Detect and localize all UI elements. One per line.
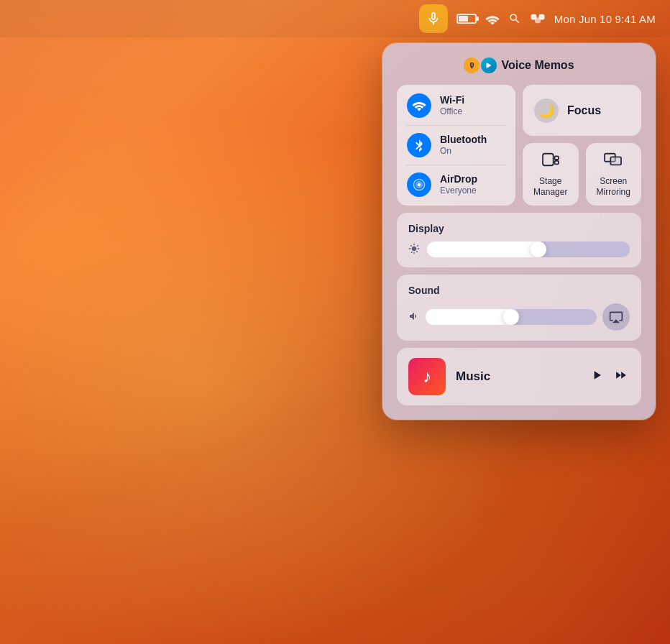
stage-manager-icon: [541, 152, 560, 172]
voice-memos-icons: 🎙: [464, 58, 497, 73]
bluetooth-name: Bluetooth: [440, 134, 487, 146]
stage-manager-label: Stage Manager: [530, 176, 572, 197]
stage-manager-panel[interactable]: Stage Manager: [523, 143, 579, 206]
voice-memos-title: Voice Memos: [501, 59, 574, 72]
connectivity-panel: Wi-Fi Office Bluetooth On: [397, 85, 515, 206]
battery-icon: [456, 14, 477, 24]
airdrop-status: Everyone: [440, 185, 477, 196]
svg-rect-6: [554, 161, 559, 165]
svg-rect-4: [543, 154, 554, 166]
svg-rect-8: [611, 157, 622, 165]
svg-point-3: [418, 183, 421, 187]
focus-moon-icon: 🌙: [534, 98, 559, 123]
focus-label: Focus: [567, 104, 601, 117]
wifi-menubar-icon[interactable]: [485, 13, 500, 24]
display-label: Display: [408, 223, 630, 234]
music-controls: [589, 368, 630, 386]
wifi-status: Office: [440, 106, 464, 116]
sound-label: Sound: [408, 285, 630, 296]
divider-2: [405, 165, 507, 165]
music-note-icon: ♪: [423, 367, 431, 387]
wifi-name: Wi-Fi: [440, 94, 464, 106]
display-section: Display: [397, 213, 641, 267]
voice-memos-header: 🎙 Voice Memos: [397, 58, 641, 73]
svg-rect-5: [554, 157, 559, 160]
music-forward-button[interactable]: [614, 368, 630, 386]
bottom-right-grid: Stage Manager Screen Mirroring: [523, 143, 641, 206]
wifi-text: Wi-Fi Office: [440, 94, 464, 116]
screen-mirroring-label: Screen Mirroring: [593, 176, 635, 197]
airdrop-name: AirDrop: [440, 173, 477, 185]
mic-button[interactable]: [419, 4, 448, 33]
volume-icon: [408, 310, 420, 324]
airdrop-text: AirDrop Everyone: [440, 173, 477, 196]
bluetooth-text: Bluetooth On: [440, 134, 487, 156]
focus-panel[interactable]: 🌙 Focus: [523, 85, 641, 136]
display-slider-container: [408, 242, 630, 257]
control-center-panel: 🎙 Voice Memos Wi-Fi Office: [382, 43, 656, 420]
spotlight-icon[interactable]: [508, 12, 521, 25]
volume-slider[interactable]: [426, 309, 597, 325]
wifi-icon: [407, 93, 431, 118]
screen-mirroring-icon: [604, 152, 623, 172]
brightness-slider[interactable]: [427, 242, 630, 257]
voice-memos-nav-icon: [481, 58, 497, 73]
screen-mirroring-panel[interactable]: Screen Mirroring: [586, 143, 642, 206]
svg-rect-2: [535, 17, 541, 23]
airplay-button[interactable]: [602, 303, 630, 331]
bluetooth-icon: [407, 133, 431, 157]
bluetooth-status: On: [440, 146, 487, 156]
airdrop-icon: [407, 172, 431, 197]
music-artwork: ♪: [408, 358, 446, 395]
voice-memos-mic-icon: 🎙: [464, 58, 479, 73]
airdrop-item[interactable]: AirDrop Everyone: [407, 172, 505, 197]
control-center-menubar-icon[interactable]: [530, 13, 546, 24]
music-app-name: Music: [456, 369, 579, 384]
bluetooth-item[interactable]: Bluetooth On: [407, 133, 505, 157]
top-grid: Wi-Fi Office Bluetooth On: [397, 85, 641, 206]
right-panels: 🌙 Focus Stage Manager: [523, 85, 641, 206]
menubar-time: Mon Jun 10 9:41 AM: [554, 13, 656, 25]
menubar: Mon Jun 10 9:41 AM: [0, 0, 670, 37]
divider-1: [405, 125, 507, 126]
music-play-button[interactable]: [589, 368, 604, 386]
sound-section: Sound: [397, 275, 641, 341]
music-section: ♪ Music: [397, 348, 641, 405]
wifi-item[interactable]: Wi-Fi Office: [407, 93, 505, 118]
sound-row: [408, 303, 630, 331]
brightness-icon: [408, 243, 420, 257]
